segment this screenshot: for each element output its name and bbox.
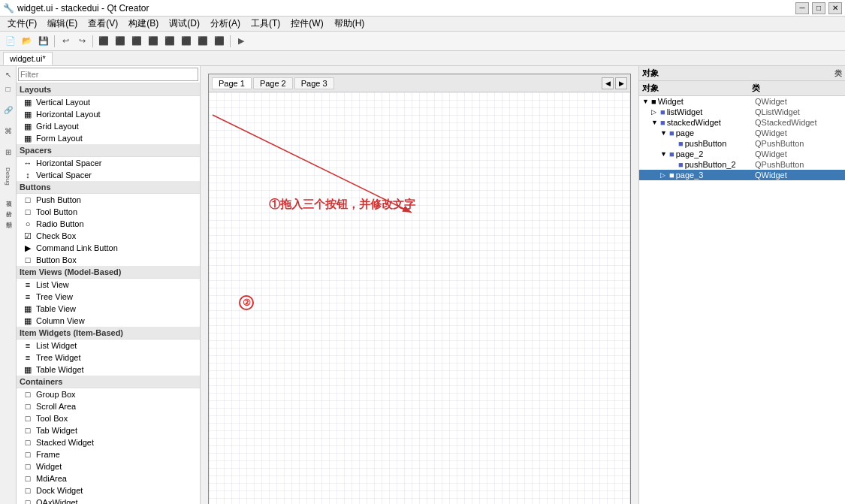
widget-filter-box [17, 66, 200, 83]
category-item-widgets: Item Widgets (Item-Based) [17, 327, 200, 340]
widget-list-widget[interactable]: ≡ List Widget [17, 340, 200, 352]
align-right-button[interactable]: ⬛ [129, 34, 144, 49]
list-widget-icon: ≡ [23, 340, 33, 351]
menu-analyze[interactable]: 分析(A) [206, 17, 245, 31]
widget-form-layout[interactable]: ▦ Form Layout [17, 132, 200, 144]
tree-item-page3[interactable]: ▷ ■ page_3 QWidget [639, 170, 845, 180]
widget-grid-layout[interactable]: ▦ Grid Layout [17, 120, 200, 132]
page-tab-3[interactable]: Page 3 [294, 77, 334, 89]
buddy-tool[interactable]: ⌘ [2, 124, 15, 137]
break-layout-button[interactable]: ⬛ [212, 34, 227, 49]
widget-v-spacer[interactable]: ↕ Vertical Spacer [17, 169, 200, 181]
pointer-tool[interactable]: ↖ [2, 68, 15, 81]
pushbutton2-obj-icon: ■ [678, 160, 684, 169]
widget-widget[interactable]: □ Widget [17, 460, 200, 472]
category-spacers: Spacers [17, 144, 200, 157]
page3-obj-icon: ■ [669, 171, 674, 180]
grid-layout-icon: ▦ [23, 121, 33, 131]
widget-dock-widget[interactable]: □ Dock Widget [17, 484, 200, 496]
widget-push-button[interactable]: □ Push Button [17, 194, 200, 206]
menu-help[interactable]: 帮助(H) [330, 17, 370, 31]
tree-item-pushbutton2[interactable]: ■ pushButton_2 QPushButton [639, 159, 845, 170]
object-inspector-header: 对象 类 [639, 66, 845, 81]
save-button[interactable]: 💾 [36, 34, 51, 49]
menu-widgets[interactable]: 控件(W) [286, 17, 327, 31]
menu-bar: 文件(F) 编辑(E) 查看(V) 构建(B) 调试(D) 分析(A) 工具(T… [0, 17, 845, 32]
layout-grid-button[interactable]: ⬛ [195, 34, 210, 49]
tree-item-page[interactable]: ▼ ■ page QWidget [639, 128, 845, 138]
horizontal-layout-icon: ▦ [23, 109, 33, 119]
page-next-button[interactable]: ▶ [615, 77, 627, 89]
new-button[interactable]: 📄 [3, 34, 18, 49]
menu-tools[interactable]: 工具(T) [246, 17, 285, 31]
widget-column-view[interactable]: ▦ Column View [17, 315, 200, 327]
page-tab-1[interactable]: Page 1 [212, 77, 252, 89]
widget-filter-input[interactable] [18, 68, 198, 81]
align-left-button[interactable]: ⬛ [96, 34, 111, 49]
scroll-area-icon: □ [23, 401, 33, 412]
widget-tool-button[interactable]: □ Tool Button [17, 206, 200, 218]
widget-tab-widget[interactable]: □ Tab Widget [17, 424, 200, 436]
open-button[interactable]: 📂 [20, 34, 35, 49]
close-button[interactable]: ✕ [828, 2, 842, 14]
menu-debug[interactable]: 调试(D) [164, 17, 204, 31]
widget-scroll-area[interactable]: □ Scroll Area [17, 400, 200, 412]
page-tab-2[interactable]: Page 2 [253, 77, 293, 89]
maximize-button[interactable]: □ [812, 2, 825, 14]
widget-h-spacer[interactable]: ↔ Horizontal Spacer [17, 157, 200, 169]
widget-list-view[interactable]: ≡ List View [17, 279, 200, 291]
widget-table-view[interactable]: ▦ Table View [17, 303, 200, 315]
widget-stacked-widget[interactable]: □ Stacked Widget [17, 436, 200, 448]
layout-v-button[interactable]: ⬛ [179, 34, 194, 49]
widget-horizontal-layout[interactable]: ▦ Horizontal Layout [17, 108, 200, 120]
tree-item-widget[interactable]: ▼ ■ Widget QWidget [639, 96, 845, 107]
group-box-icon: □ [23, 389, 33, 400]
widget-vertical-layout[interactable]: ▦ Vertical Layout [17, 96, 200, 108]
align-center-button[interactable]: ⬛ [113, 34, 128, 49]
menu-view[interactable]: 查看(V) [83, 17, 122, 31]
tree-item-page2[interactable]: ▼ ■ page_2 QWidget [639, 149, 845, 159]
radio-button-icon: ○ [23, 219, 33, 229]
menu-file[interactable]: 文件(F) [3, 17, 41, 31]
widget-mdi-area[interactable]: □ MdiArea [17, 472, 200, 484]
page-prev-button[interactable]: ◀ [602, 77, 614, 89]
widget-radio-button[interactable]: ○ Radio Button [17, 218, 200, 230]
tree-item-listwidget[interactable]: ▷ ■ listWidget QListWidget [639, 107, 845, 117]
widget-tree-view[interactable]: ≡ Tree View [17, 291, 200, 303]
annotation-drag-buttons: ①拖入三个按钮，并修改文字 [269, 198, 415, 212]
minimize-button[interactable]: ─ [795, 2, 809, 14]
menu-build[interactable]: 构建(B) [124, 17, 163, 31]
tab-widget-ui[interactable]: widget.ui* [3, 52, 53, 65]
toolbar-separator-3 [230, 35, 231, 47]
connect-tool[interactable]: 🔗 [2, 103, 15, 116]
analyze-label: 分析 [4, 205, 12, 208]
menu-edit[interactable]: 编辑(E) [43, 17, 82, 31]
tree-item-pushbutton[interactable]: ■ pushButton QPushButton [639, 138, 845, 149]
widget-tool[interactable]: □ [2, 82, 15, 95]
designer-page-content[interactable]: ①拖入三个按钮，并修改文字 ② [209, 92, 630, 504]
undo-button[interactable]: ↩ [58, 34, 73, 49]
category-buttons: Buttons [17, 181, 200, 194]
widget-command-link[interactable]: ▶ Command Link Button [17, 242, 200, 254]
stacked-widget-header: Page 1 Page 2 Page 3 ◀ ▶ [209, 74, 630, 92]
app-icon: 🔧 [3, 3, 14, 14]
table-widget-icon: ▦ [23, 364, 33, 375]
widget-table-widget[interactable]: ▦ Table Widget [17, 364, 200, 376]
designer-canvas: Page 1 Page 2 Page 3 ◀ ▶ [201, 66, 638, 504]
widget-button-box[interactable]: □ Button Box [17, 254, 200, 266]
debug-label: Debug [5, 166, 11, 187]
widget-group-box[interactable]: □ Group Box [17, 388, 200, 400]
main-toolbar: 📄 📂 💾 ↩ ↪ ⬛ ⬛ ⬛ ⬛ ⬛ ⬛ ⬛ ⬛ ▶ [0, 32, 845, 51]
layout-h-button[interactable]: ⬛ [162, 34, 177, 49]
tree-item-stackedwidget[interactable]: ▼ ■ stackedWidget QStackedWidget [639, 117, 845, 128]
widget-tool-box[interactable]: □ Tool Box [17, 412, 200, 424]
widget-check-box[interactable]: ☑ Check Box [17, 230, 200, 242]
redo-button[interactable]: ↪ [74, 34, 89, 49]
widget-tree-widget[interactable]: ≡ Tree Widget [17, 352, 200, 364]
widget-frame[interactable]: □ Frame [17, 448, 200, 460]
align-top-button[interactable]: ⬛ [146, 34, 161, 49]
widget-qax-widget[interactable]: □ QAxWidget [17, 496, 200, 504]
designer-form[interactable]: Page 1 Page 2 Page 3 ◀ ▶ [208, 74, 631, 504]
tab-order-tool[interactable]: ⊞ [2, 145, 15, 158]
run-button[interactable]: ▶ [234, 34, 249, 49]
